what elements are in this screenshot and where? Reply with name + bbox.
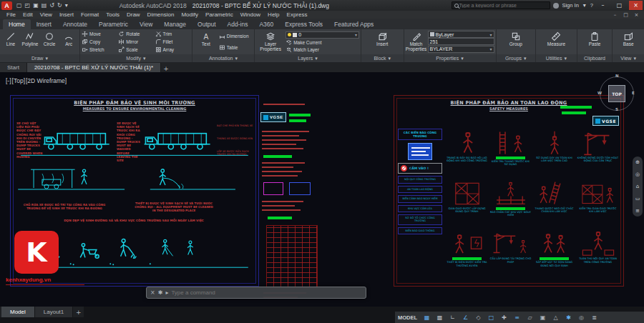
tab-featured-apps[interactable]: Featured Apps — [328, 19, 379, 29]
menu-dimension[interactable]: Dimension — [144, 11, 178, 19]
stretch-button[interactable]: Stretch — [82, 46, 117, 53]
panel-label-draw[interactable]: Draw▾ — [0, 54, 79, 62]
search-input[interactable] — [459, 3, 547, 8]
infocenter-search[interactable] — [452, 1, 550, 9]
selection-cycling-icon[interactable]: ▣ — [537, 313, 549, 322]
viewcube-north[interactable]: N — [615, 74, 619, 78]
isolate-objects-icon[interactable]: ◎ — [575, 313, 587, 322]
menu-edit[interactable]: Edit — [19, 11, 36, 19]
viewcube-west[interactable]: W — [597, 91, 602, 95]
make-current-button[interactable]: Make Current — [286, 39, 359, 46]
dynamic-input-icon[interactable]: ✚ — [498, 313, 510, 322]
showmotion-icon[interactable]: ≡ — [635, 208, 640, 214]
menu-insert[interactable]: Insert — [56, 11, 77, 19]
tab-a360[interactable]: A360 — [253, 19, 279, 29]
ortho-toggle-icon[interactable]: ∟ — [447, 313, 459, 322]
menu-parametric[interactable]: Parametric — [202, 11, 237, 19]
lineweight-toggle-icon[interactable]: ≡ — [511, 313, 523, 322]
menu-file[interactable]: File — [3, 11, 19, 19]
rotate-button[interactable]: Rotate — [118, 31, 153, 37]
tab-parametric[interactable]: Parametric — [93, 19, 134, 29]
tab-addins[interactable]: Add-ins — [222, 19, 254, 29]
panel-label-groups[interactable]: Groups▾ — [497, 54, 536, 62]
command-close-icon[interactable]: × — [150, 289, 155, 296]
isodraft-icon[interactable]: ◇ — [472, 313, 484, 322]
fillet-button[interactable]: Fillet — [155, 39, 190, 45]
new-layout-button[interactable]: + — [73, 307, 84, 317]
viewcube-south[interactable]: S — [615, 107, 618, 111]
orbit-icon[interactable]: ▭ — [635, 196, 640, 202]
tab-manage[interactable]: Manage — [158, 19, 192, 29]
group-button[interactable]: Group — [504, 30, 528, 54]
tab-annotate[interactable]: Annotate — [57, 19, 93, 29]
save-icon[interactable]: ▣ — [31, 1, 40, 10]
command-input[interactable] — [171, 289, 362, 296]
view-control-button[interactable]: [Top] — [12, 77, 25, 84]
viewport-menu-button[interactable]: [-] — [6, 77, 11, 84]
text-button[interactable]: Text — [194, 30, 218, 54]
arc-button[interactable]: Arc — [59, 30, 78, 54]
panel-label-view[interactable]: View▾ — [613, 54, 644, 62]
command-recent-icon[interactable]: ▸ — [165, 289, 168, 296]
tab-layout1[interactable]: Layout1 — [35, 307, 73, 317]
snap-toggle-icon[interactable]: ▩ — [434, 313, 446, 322]
close-button[interactable]: × — [629, 1, 643, 10]
layer-dropdown[interactable]: 0▾ — [286, 31, 359, 39]
polyline-button[interactable]: Polyline — [21, 30, 39, 54]
signin-dropdown-icon[interactable]: ▾ — [582, 1, 587, 10]
menu-window[interactable]: Window — [237, 11, 264, 19]
menu-modify[interactable]: Modify — [177, 11, 202, 19]
qat-dropdown-icon[interactable]: ▾ — [64, 1, 69, 10]
autocad-logo-icon[interactable]: A — [1, 1, 12, 10]
help-icon[interactable]: ? — [590, 2, 593, 9]
mirror-button[interactable]: Mirror — [118, 39, 153, 45]
new-drawing-tab-button[interactable]: + — [161, 65, 171, 72]
grid-toggle-icon[interactable]: ▦ — [421, 313, 433, 322]
undo-icon[interactable]: ↺ — [48, 1, 56, 10]
panel-label-properties[interactable]: Properties▾ — [404, 54, 496, 62]
menu-format[interactable]: Format — [77, 11, 102, 19]
transparency-toggle-icon[interactable]: ▱ — [524, 313, 536, 322]
minimize-button[interactable]: – — [596, 1, 610, 10]
object-snap-icon[interactable]: □ — [485, 313, 497, 322]
measure-button[interactable]: Measure — [544, 30, 568, 54]
tab-insert[interactable]: Insert — [31, 19, 57, 29]
command-line[interactable]: × ✱ ▸ — [146, 287, 366, 299]
maximize-button[interactable]: □ — [613, 1, 626, 10]
new-file-icon[interactable]: ▢ — [15, 1, 24, 10]
base-button[interactable]: Base — [616, 30, 640, 54]
panel-label-annotation[interactable]: Annotation▾ — [192, 54, 254, 62]
panel-label-layers[interactable]: Layers▾ — [255, 54, 361, 62]
insert-block-button[interactable]: Insert — [370, 30, 394, 54]
pan-icon[interactable]: ◎ — [635, 172, 640, 177]
tab-model[interactable]: Model — [1, 307, 35, 317]
model-space-indicator[interactable]: MODEL — [398, 314, 417, 321]
copy-button[interactable]: Copy — [82, 39, 117, 45]
panel-label-block[interactable]: Block▾ — [361, 54, 404, 62]
transparency-field[interactable]: 251 — [428, 38, 494, 45]
customization-icon[interactable]: ≣ — [588, 313, 600, 322]
zoom-extents-icon[interactable]: ⌂ — [636, 184, 639, 189]
panel-label-utilities[interactable]: Utilities▾ — [536, 54, 577, 62]
scale-button[interactable]: Scale — [118, 46, 153, 53]
circle-button[interactable]: Circle — [40, 30, 59, 54]
annotation-visibility-icon[interactable]: △ — [550, 313, 562, 322]
menu-tools[interactable]: Tools — [102, 11, 123, 19]
menu-draw[interactable]: Draw — [123, 11, 144, 19]
table-button[interactable]: Table — [219, 44, 253, 51]
panel-label-modify[interactable]: Modify▾ — [80, 54, 192, 62]
paste-button[interactable]: Paste — [582, 30, 607, 54]
line-button[interactable]: Line — [1, 30, 20, 54]
viewcube[interactable]: N W S E TOP — [598, 75, 635, 112]
tab-view[interactable]: View — [134, 19, 158, 29]
open-file-icon[interactable]: ◰ — [24, 1, 32, 10]
trim-button[interactable]: Trim — [155, 31, 190, 37]
full-navigation-wheel-icon[interactable]: ⊕ — [635, 159, 640, 165]
menu-view[interactable]: View — [36, 11, 56, 19]
workspace-switching-icon[interactable]: ✱ — [562, 313, 575, 322]
layer-properties-button[interactable]: Layer Properties — [256, 30, 285, 54]
viewcube-top-face[interactable]: TOP — [608, 85, 625, 102]
tab-express-tools[interactable]: Express Tools — [279, 19, 328, 29]
viewcube-east[interactable]: E — [632, 91, 635, 95]
print-icon[interactable]: ▤ — [40, 1, 49, 10]
